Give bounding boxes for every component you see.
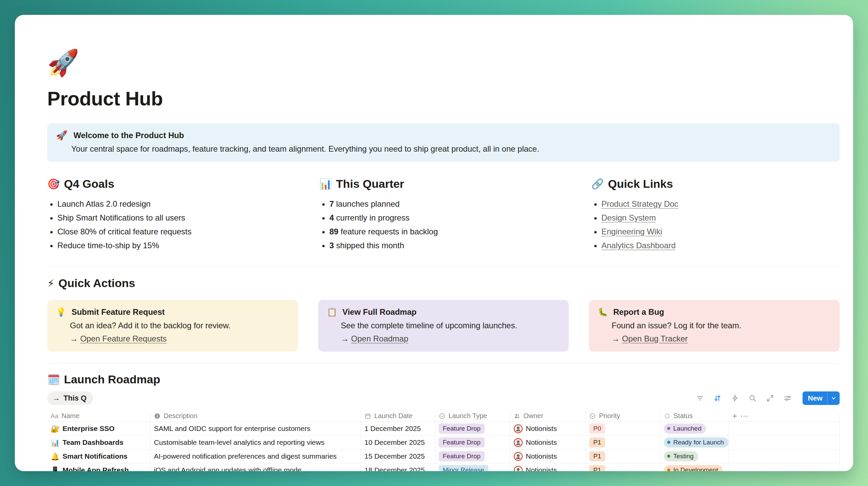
launch-type-tag[interactable]: Feature Drop [439, 451, 485, 462]
launch-type-tag[interactable]: Feature Drop [439, 437, 485, 448]
select-icon [589, 413, 596, 419]
header-extra-cell: +⋯ [729, 410, 840, 421]
column-header-description[interactable]: Description [151, 410, 361, 421]
owner-cell[interactable]: Notionists [510, 422, 586, 435]
filter-icon[interactable] [696, 394, 704, 402]
view-tab-this-q[interactable]: → This Q [47, 391, 93, 405]
stat-item: 89 feature requests in backlog [329, 227, 568, 236]
name-cell[interactable]: 🔐Enterprise SSO [47, 422, 151, 435]
column-header-status[interactable]: Status [660, 410, 729, 421]
card-body: Got an idea? Add it to the backlog for r… [70, 321, 288, 330]
search-icon[interactable] [749, 394, 757, 402]
priority-tag[interactable]: P1 [589, 451, 605, 462]
link-design-system[interactable]: Design System [601, 213, 656, 222]
stat-item: 3 shipped this month [329, 241, 568, 250]
bar-chart-icon: 📊 [51, 439, 59, 446]
open-feature-requests-link[interactable]: Open Feature Requests [80, 334, 167, 343]
report-a-bug-card: 🐛 Report a Bug Found an issue? Log it fo… [589, 300, 840, 352]
quick-links-column: 🔗Quick Links Product Strategy Doc Design… [591, 177, 840, 255]
launch-type-tag[interactable]: Minor Release [439, 465, 488, 471]
link-product-strategy-doc[interactable]: Product Strategy Doc [601, 199, 678, 208]
column-header-priority[interactable]: Priority [586, 410, 660, 421]
settings-sliders-icon[interactable] [784, 394, 792, 402]
status-badge[interactable]: In Development [664, 465, 723, 471]
link-engineering-wiki[interactable]: Engineering Wiki [601, 227, 662, 236]
sort-icon[interactable] [713, 394, 722, 402]
status-cell[interactable]: Ready for Launch [660, 436, 729, 449]
open-roadmap-link[interactable]: Open Roadmap [351, 334, 408, 343]
status-badge[interactable]: Launched [664, 424, 706, 434]
priority-cell[interactable]: P1 [586, 436, 660, 449]
calendar-icon [364, 413, 371, 419]
page-icon[interactable]: 🚀 [47, 50, 840, 76]
status-cell[interactable]: In Development [660, 463, 729, 471]
priority-cell[interactable]: P1 [586, 450, 660, 463]
priority-cell[interactable]: P0 [586, 422, 660, 435]
description-cell[interactable]: SAML and OIDC support for enterprise cus… [151, 422, 361, 435]
launch-roadmap-table: AaName Description Launch Date Launch Ty… [47, 410, 840, 471]
priority-tag[interactable]: P1 [589, 437, 605, 448]
launch-type-tag[interactable]: Feature Drop [439, 424, 485, 434]
expand-icon[interactable] [766, 394, 774, 402]
status-dot [667, 441, 670, 444]
quick-link-item: Engineering Wiki [601, 227, 840, 236]
launch-date-cell[interactable]: 1 December 2025 [361, 422, 435, 435]
description-cell[interactable]: Customisable team-level analytics and re… [151, 436, 361, 449]
view-full-roadmap-card: 📋 View Full Roadmap See the complete tim… [318, 300, 569, 352]
stat-item: 7 launches planned [329, 199, 568, 209]
owner-cell[interactable]: Notionists [510, 450, 586, 463]
quick-link-item: Analytics Dashboard [601, 241, 840, 250]
section-divider [47, 266, 840, 266]
quick-link-item: Design System [601, 213, 840, 223]
launch-type-cell[interactable]: Feature Drop [435, 450, 510, 463]
description-cell[interactable]: AI-powered notification preferences and … [151, 450, 361, 463]
new-button[interactable]: New [803, 391, 840, 405]
open-bug-tracker-link[interactable]: Open Bug Tracker [622, 334, 688, 343]
column-header-name[interactable]: AaName [47, 410, 151, 421]
this-quarter-title: This Quarter [336, 177, 404, 190]
launch-date-cell[interactable]: 10 December 2025 [361, 436, 435, 449]
launch-date-cell[interactable]: 18 December 2025 [361, 463, 435, 471]
goal-item: Launch Atlas 2.0 redesign [57, 199, 296, 209]
link-analytics-dashboard[interactable]: Analytics Dashboard [601, 241, 676, 250]
status-badge[interactable]: Ready for Launch [664, 437, 729, 448]
status-dot [667, 427, 670, 430]
priority-cell[interactable]: P1 [586, 463, 660, 471]
arrow-icon: → [341, 334, 349, 343]
status-cell[interactable]: Launched [660, 422, 729, 435]
chevron-down-icon[interactable] [827, 391, 840, 405]
info-icon [154, 413, 161, 419]
priority-tag[interactable]: P1 [589, 465, 605, 471]
priority-tag[interactable]: P0 [589, 424, 605, 434]
launch-type-cell[interactable]: Feature Drop [435, 422, 510, 435]
zap-icon[interactable] [731, 394, 739, 402]
bar-chart-icon: 📊 [319, 179, 332, 189]
column-header-launch-date[interactable]: Launch Date [361, 410, 435, 421]
card-title: View Full Roadmap [343, 307, 417, 317]
name-cell[interactable]: 📊Team Dashboards [47, 436, 151, 449]
column-header-launch-type[interactable]: Launch Type [435, 410, 510, 421]
goal-item: Reduce time-to-ship by 15% [57, 241, 296, 250]
status-badge[interactable]: Testing [664, 451, 698, 462]
launch-type-cell[interactable]: Minor Release [435, 463, 510, 471]
status-cell[interactable]: Testing [660, 450, 729, 463]
name-cell[interactable]: 🔔Smart Notifications [47, 450, 151, 463]
more-options-button[interactable]: ⋯ [740, 411, 748, 421]
description-cell[interactable]: iOS and Android app updates with offline… [151, 463, 361, 471]
launch-type-cell[interactable]: Feature Drop [435, 436, 510, 449]
calendar-emoji-icon: 🗓️ [47, 375, 60, 385]
column-header-owner[interactable]: Owner [510, 410, 586, 421]
page-title: Product Hub [47, 87, 840, 110]
launch-date-cell[interactable]: 15 December 2025 [361, 450, 435, 463]
bulb-icon: 💡 [56, 308, 66, 316]
section-divider [47, 363, 840, 363]
target-icon: 🎯 [47, 179, 60, 189]
add-column-button[interactable]: + [732, 411, 737, 421]
name-cell[interactable]: 📱Mobile App Refresh [47, 463, 151, 471]
empty-cell [729, 450, 840, 463]
mobile-phone-icon: 📱 [51, 467, 59, 471]
owner-cell[interactable]: Notionists [510, 463, 586, 471]
card-title: Report a Bug [613, 307, 664, 317]
owner-cell[interactable]: Notionists [510, 436, 586, 449]
avatar [514, 424, 523, 433]
